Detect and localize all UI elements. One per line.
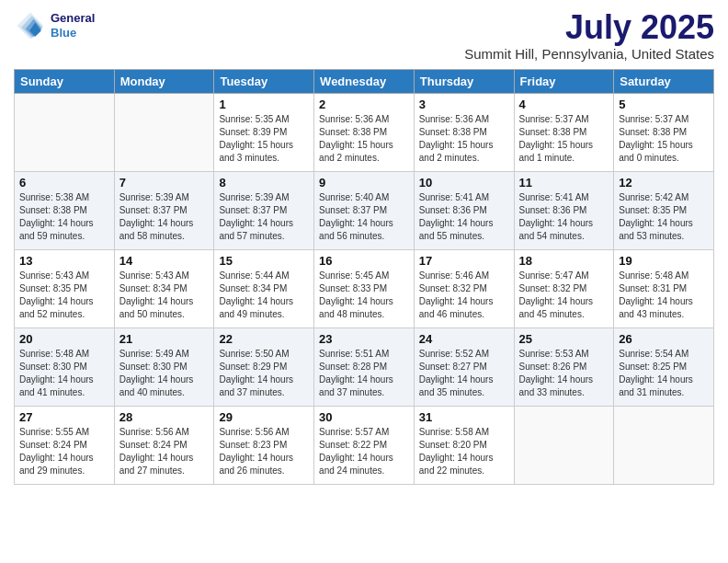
day-detail: Sunrise: 5:58 AMSunset: 8:20 PMDaylight:…: [419, 426, 509, 477]
page: General Blue July 2025 Summit Hill, Penn…: [0, 0, 728, 563]
day-number: 11: [519, 176, 609, 190]
calendar-cell: 5Sunrise: 5:37 AMSunset: 8:38 PMDaylight…: [614, 93, 714, 171]
page-title: July 2025: [464, 9, 714, 46]
day-detail: Sunrise: 5:40 AMSunset: 8:37 PMDaylight:…: [319, 191, 409, 243]
day-number: 5: [619, 98, 709, 111]
day-number: 26: [619, 332, 709, 346]
day-number: 19: [619, 254, 709, 268]
day-number: 25: [519, 332, 609, 346]
day-detail: Sunrise: 5:38 AMSunset: 8:38 PMDaylight:…: [19, 191, 109, 243]
day-number: 14: [119, 254, 210, 268]
day-number: 9: [319, 176, 409, 190]
calendar-cell: 20Sunrise: 5:48 AMSunset: 8:30 PMDayligh…: [15, 327, 115, 406]
day-number: 2: [319, 98, 409, 111]
day-number: 24: [419, 332, 509, 346]
day-number: 10: [419, 176, 509, 190]
day-detail: Sunrise: 5:48 AMSunset: 8:30 PMDaylight:…: [19, 348, 109, 399]
calendar-cell: 6Sunrise: 5:38 AMSunset: 8:38 PMDaylight…: [15, 171, 115, 249]
calendar-cell: 22Sunrise: 5:50 AMSunset: 8:29 PMDayligh…: [214, 327, 314, 406]
day-number: 1: [219, 98, 309, 111]
day-detail: Sunrise: 5:41 AMSunset: 8:36 PMDaylight:…: [519, 191, 609, 243]
day-number: 29: [219, 410, 309, 424]
day-number: 4: [519, 98, 609, 111]
calendar-cell: 15Sunrise: 5:44 AMSunset: 8:34 PMDayligh…: [214, 249, 314, 327]
day-number: 21: [119, 332, 210, 346]
calendar-cell: 24Sunrise: 5:52 AMSunset: 8:27 PMDayligh…: [414, 327, 514, 406]
day-detail: Sunrise: 5:48 AMSunset: 8:31 PMDaylight:…: [619, 270, 709, 321]
day-number: 7: [119, 176, 210, 190]
title-area: July 2025 Summit Hill, Pennsylvania, Uni…: [464, 9, 714, 62]
day-number: 12: [619, 176, 709, 190]
calendar-cell: 3Sunrise: 5:36 AMSunset: 8:38 PMDaylight…: [414, 93, 514, 171]
day-number: 3: [419, 98, 509, 111]
calendar-cell: 18Sunrise: 5:47 AMSunset: 8:32 PMDayligh…: [514, 249, 614, 327]
day-detail: Sunrise: 5:45 AMSunset: 8:33 PMDaylight:…: [319, 270, 409, 321]
day-detail: Sunrise: 5:43 AMSunset: 8:34 PMDaylight:…: [119, 270, 210, 321]
calendar-cell: 14Sunrise: 5:43 AMSunset: 8:34 PMDayligh…: [114, 249, 214, 327]
calendar-header-wednesday: Wednesday: [314, 69, 415, 93]
day-number: 20: [19, 332, 109, 346]
calendar-cell: 2Sunrise: 5:36 AMSunset: 8:38 PMDaylight…: [314, 93, 415, 171]
calendar-cell: 26Sunrise: 5:54 AMSunset: 8:25 PMDayligh…: [614, 327, 714, 406]
day-number: 15: [219, 254, 309, 268]
day-detail: Sunrise: 5:41 AMSunset: 8:36 PMDaylight:…: [419, 191, 509, 243]
day-detail: Sunrise: 5:39 AMSunset: 8:37 PMDaylight:…: [219, 191, 309, 243]
day-detail: Sunrise: 5:47 AMSunset: 8:32 PMDaylight:…: [519, 270, 609, 321]
calendar-cell: 12Sunrise: 5:42 AMSunset: 8:35 PMDayligh…: [614, 171, 714, 249]
page-subtitle: Summit Hill, Pennsylvania, United States: [464, 46, 714, 62]
calendar-week-row: 20Sunrise: 5:48 AMSunset: 8:30 PMDayligh…: [15, 327, 714, 406]
day-number: 31: [419, 410, 509, 424]
day-detail: Sunrise: 5:56 AMSunset: 8:23 PMDaylight:…: [219, 426, 309, 477]
day-detail: Sunrise: 5:36 AMSunset: 8:38 PMDaylight:…: [319, 113, 409, 165]
calendar-cell: 7Sunrise: 5:39 AMSunset: 8:37 PMDaylight…: [114, 171, 214, 249]
calendar-cell: [514, 406, 614, 484]
calendar-cell: 13Sunrise: 5:43 AMSunset: 8:35 PMDayligh…: [15, 249, 115, 327]
calendar-cell: 9Sunrise: 5:40 AMSunset: 8:37 PMDaylight…: [314, 171, 415, 249]
day-detail: Sunrise: 5:37 AMSunset: 8:38 PMDaylight:…: [519, 113, 609, 165]
day-number: 22: [219, 332, 309, 346]
calendar-cell: 28Sunrise: 5:56 AMSunset: 8:24 PMDayligh…: [114, 406, 214, 484]
calendar-cell: 16Sunrise: 5:45 AMSunset: 8:33 PMDayligh…: [314, 249, 415, 327]
calendar-header-sunday: Sunday: [15, 69, 115, 93]
day-detail: Sunrise: 5:56 AMSunset: 8:24 PMDaylight:…: [119, 426, 210, 477]
calendar-header-monday: Monday: [114, 69, 214, 93]
day-number: 30: [319, 410, 409, 424]
day-detail: Sunrise: 5:46 AMSunset: 8:32 PMDaylight:…: [419, 270, 509, 321]
day-detail: Sunrise: 5:54 AMSunset: 8:25 PMDaylight:…: [619, 348, 709, 399]
day-detail: Sunrise: 5:42 AMSunset: 8:35 PMDaylight:…: [619, 191, 709, 243]
day-detail: Sunrise: 5:52 AMSunset: 8:27 PMDaylight:…: [419, 348, 509, 399]
calendar-cell: 8Sunrise: 5:39 AMSunset: 8:37 PMDaylight…: [214, 171, 314, 249]
day-detail: Sunrise: 5:57 AMSunset: 8:22 PMDaylight:…: [319, 426, 409, 477]
day-number: 23: [319, 332, 409, 346]
calendar-cell: 30Sunrise: 5:57 AMSunset: 8:22 PMDayligh…: [314, 406, 415, 484]
calendar-cell: [15, 93, 115, 171]
calendar-cell: [114, 93, 214, 171]
calendar-cell: 17Sunrise: 5:46 AMSunset: 8:32 PMDayligh…: [414, 249, 514, 327]
day-detail: Sunrise: 5:50 AMSunset: 8:29 PMDaylight:…: [219, 348, 309, 399]
calendar-cell: 29Sunrise: 5:56 AMSunset: 8:23 PMDayligh…: [214, 406, 314, 484]
calendar-header-thursday: Thursday: [414, 69, 514, 93]
day-number: 28: [119, 410, 210, 424]
day-detail: Sunrise: 5:55 AMSunset: 8:24 PMDaylight:…: [19, 426, 109, 477]
day-number: 17: [419, 254, 509, 268]
day-detail: Sunrise: 5:49 AMSunset: 8:30 PMDaylight:…: [119, 348, 210, 399]
calendar-header-row: SundayMondayTuesdayWednesdayThursdayFrid…: [15, 69, 714, 93]
day-number: 18: [519, 254, 609, 268]
day-detail: Sunrise: 5:44 AMSunset: 8:34 PMDaylight:…: [219, 270, 309, 321]
logo-text: General Blue: [51, 11, 95, 40]
logo-icon: [14, 9, 47, 42]
logo: General Blue: [14, 9, 95, 42]
calendar-cell: 19Sunrise: 5:48 AMSunset: 8:31 PMDayligh…: [614, 249, 714, 327]
calendar-cell: 4Sunrise: 5:37 AMSunset: 8:38 PMDaylight…: [514, 93, 614, 171]
day-detail: Sunrise: 5:43 AMSunset: 8:35 PMDaylight:…: [19, 270, 109, 321]
day-number: 13: [19, 254, 109, 268]
calendar-cell: 21Sunrise: 5:49 AMSunset: 8:30 PMDayligh…: [114, 327, 214, 406]
calendar-cell: 27Sunrise: 5:55 AMSunset: 8:24 PMDayligh…: [15, 406, 115, 484]
calendar-cell: 23Sunrise: 5:51 AMSunset: 8:28 PMDayligh…: [314, 327, 415, 406]
calendar-cell: 31Sunrise: 5:58 AMSunset: 8:20 PMDayligh…: [414, 406, 514, 484]
day-detail: Sunrise: 5:53 AMSunset: 8:26 PMDaylight:…: [519, 348, 609, 399]
calendar-week-row: 6Sunrise: 5:38 AMSunset: 8:38 PMDaylight…: [15, 171, 714, 249]
day-detail: Sunrise: 5:36 AMSunset: 8:38 PMDaylight:…: [419, 113, 509, 165]
calendar-week-row: 27Sunrise: 5:55 AMSunset: 8:24 PMDayligh…: [15, 406, 714, 484]
calendar-cell: 1Sunrise: 5:35 AMSunset: 8:39 PMDaylight…: [214, 93, 314, 171]
